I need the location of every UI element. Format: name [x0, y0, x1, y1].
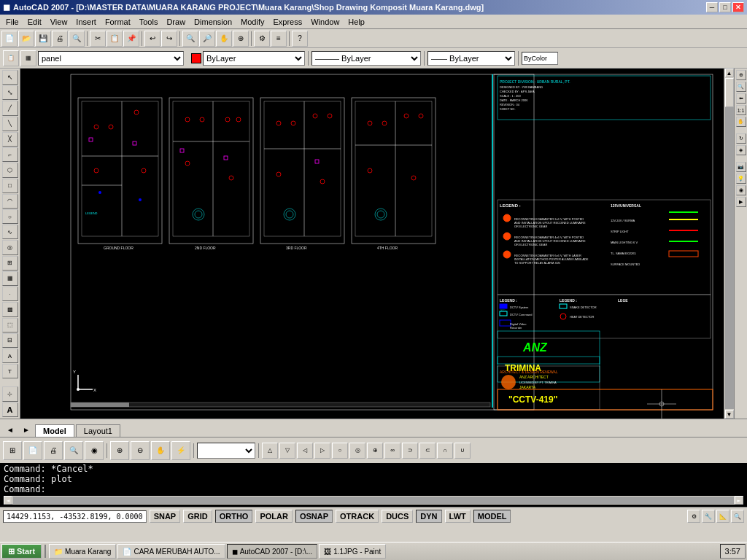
status-icon-3[interactable]: 📐 — [716, 510, 729, 523]
viewport-scale-selector[interactable] — [197, 443, 255, 459]
zoom-out-button[interactable]: 🔎 — [199, 31, 215, 47]
start-button[interactable]: ⊞ Start — [1, 544, 42, 559]
zoom-window-button[interactable]: 🔍 — [736, 82, 746, 92]
command-input[interactable] — [46, 484, 743, 494]
snap-button[interactable]: SNAP — [150, 510, 181, 523]
menu-window[interactable]: Window — [306, 16, 344, 28]
draw-arc-button[interactable]: ◠ — [2, 194, 18, 209]
maximize-button[interactable]: □ — [719, 2, 731, 12]
hatch-button[interactable]: ▩ — [2, 302, 18, 316]
draw-polyline-button[interactable]: ⌐ — [2, 147, 18, 162]
paste-button[interactable]: 📌 — [123, 31, 139, 47]
ducs-button[interactable]: DUCS — [382, 510, 413, 523]
zoom-all-button[interactable]: ⊕ — [233, 31, 249, 47]
camera-button[interactable]: 📷 — [736, 162, 746, 172]
text-style-button[interactable]: A — [2, 402, 18, 417]
dyn-button[interactable]: DYN — [416, 510, 441, 523]
tb-extra-2[interactable]: ▽ — [279, 443, 295, 459]
minimize-button[interactable]: ─ — [706, 2, 718, 12]
make-block-button[interactable]: ▦ — [2, 271, 18, 286]
taskbar-btn-muara[interactable]: 📁 Muara Karang — [49, 544, 116, 559]
new-view-button[interactable]: 📄 — [23, 441, 42, 460]
taskbar-btn-cara[interactable]: 📄 CARA MERUBAH AUTO... — [117, 544, 225, 559]
menu-modify[interactable]: Modify — [236, 16, 268, 28]
draw-spline-button[interactable]: ∿ — [2, 225, 18, 239]
lwt-button[interactable]: LWT — [445, 510, 471, 523]
draw-line-button[interactable]: ╱ — [2, 101, 18, 115]
menu-format[interactable]: Format — [101, 16, 135, 28]
table-button[interactable]: ⊟ — [2, 333, 18, 348]
snap-settings-button[interactable]: ⊞ — [3, 441, 22, 460]
zoom-prev-button[interactable]: ⬅ — [736, 93, 746, 104]
status-icon-4[interactable]: 🔍 — [731, 510, 744, 523]
tb-extra-12[interactable]: ∪ — [454, 443, 471, 459]
new-button[interactable]: 📄 — [1, 31, 18, 47]
command-input-line[interactable]: Command: — [4, 484, 743, 494]
status-icon-1[interactable]: ⚙ — [687, 510, 700, 523]
zoom-real-button[interactable]: 1:1 — [736, 105, 746, 115]
draw-circle-button[interactable]: ○ — [2, 209, 18, 224]
properties-button[interactable]: ⚙ — [254, 31, 270, 47]
render-small-button[interactable]: ◉ — [85, 441, 104, 460]
menu-edit[interactable]: Edit — [23, 16, 46, 28]
tb-extra-1[interactable]: △ — [262, 443, 278, 459]
draw-construct-button[interactable]: ╳ — [2, 132, 18, 147]
select-button[interactable]: ↖ — [2, 70, 18, 85]
grid-button[interactable]: GRID — [183, 510, 212, 523]
undo-button[interactable]: ↩ — [144, 31, 160, 47]
status-icon-2[interactable]: 🔧 — [702, 510, 715, 523]
insert-block-button[interactable]: ⊞ — [2, 256, 18, 271]
redo-button[interactable]: ↪ — [161, 31, 177, 47]
ucs-button[interactable]: ⊹ — [2, 386, 18, 401]
cut-button[interactable]: ✂ — [90, 31, 106, 47]
layer-state-button[interactable]: ▦ — [20, 50, 36, 66]
menu-insert[interactable]: Insert — [71, 16, 101, 28]
color-button[interactable] — [191, 53, 201, 63]
render-button[interactable]: ▶ — [736, 197, 746, 207]
draw-ray-button[interactable]: ╲ — [2, 117, 18, 131]
3d-view-button[interactable]: ◈ — [736, 145, 746, 155]
otrack-button[interactable]: OTRACK — [336, 510, 379, 523]
menu-dimension[interactable]: Dimension — [190, 16, 236, 28]
help-button[interactable]: ? — [292, 31, 308, 47]
lineweight-selector[interactable]: —— ByLayer — [427, 51, 515, 66]
menu-file[interactable]: File — [1, 16, 23, 28]
cmd-scroll-right[interactable]: ► — [735, 496, 743, 505]
scroll-thumb[interactable] — [725, 78, 734, 107]
menu-express[interactable]: Express — [268, 16, 306, 28]
tab-scroll-right[interactable]: ► — [19, 422, 34, 437]
taskbar-btn-autocad[interactable]: ◼ AutoCAD 2007 - [D:\... — [227, 544, 318, 559]
match-button[interactable]: ≡ — [271, 31, 287, 47]
3d-orbit-button[interactable]: ↻ — [736, 133, 746, 144]
menu-draw[interactable]: Draw — [162, 16, 190, 28]
tb-extra-10[interactable]: ⊂ — [419, 443, 436, 459]
close-button[interactable]: ✕ — [732, 2, 744, 12]
vertical-scrollbar[interactable]: ▲ ▼ — [724, 69, 734, 419]
layer-selector[interactable]: panel — [38, 51, 184, 66]
tab-layout1[interactable]: Layout1 — [76, 424, 120, 437]
polar-button[interactable]: POLAR — [255, 510, 293, 523]
text-button[interactable]: T — [2, 364, 18, 378]
pan-rt-button[interactable]: ✋ — [736, 117, 746, 127]
layer-manager-button[interactable]: 📋 — [3, 50, 19, 66]
tb-extra-9[interactable]: ⊃ — [402, 443, 418, 459]
pan-button[interactable]: ✋ — [216, 31, 232, 47]
tb-extra-3[interactable]: ◁ — [297, 443, 313, 459]
mtext-button[interactable]: A — [2, 349, 18, 363]
ortho-button[interactable]: ORTHO — [215, 510, 253, 523]
save-button[interactable]: 💾 — [35, 31, 51, 47]
tb-extra-7[interactable]: ⊕ — [367, 443, 383, 459]
osnap-button[interactable]: OSNAP — [295, 510, 333, 523]
draw-polygon-button[interactable]: ⬡ — [2, 163, 18, 177]
region-button[interactable]: ⬚ — [2, 318, 18, 332]
linetype-selector[interactable]: ——— ByLayer — [311, 51, 421, 66]
tb-extra-4[interactable]: ▷ — [314, 443, 330, 459]
light-button[interactable]: 💡 — [736, 174, 746, 184]
scroll-down-button[interactable]: ▼ — [725, 410, 734, 419]
select2-button[interactable]: ⤡ — [2, 85, 18, 100]
tb-extra-6[interactable]: ◎ — [349, 443, 365, 459]
tab-scroll-left[interactable]: ◄ — [3, 422, 18, 437]
point-button[interactable]: · — [2, 287, 18, 301]
preview-small-button[interactable]: 🔍 — [64, 441, 83, 460]
taskbar-btn-paint[interactable]: 🖼 1.1JPG - Paint — [319, 544, 386, 559]
